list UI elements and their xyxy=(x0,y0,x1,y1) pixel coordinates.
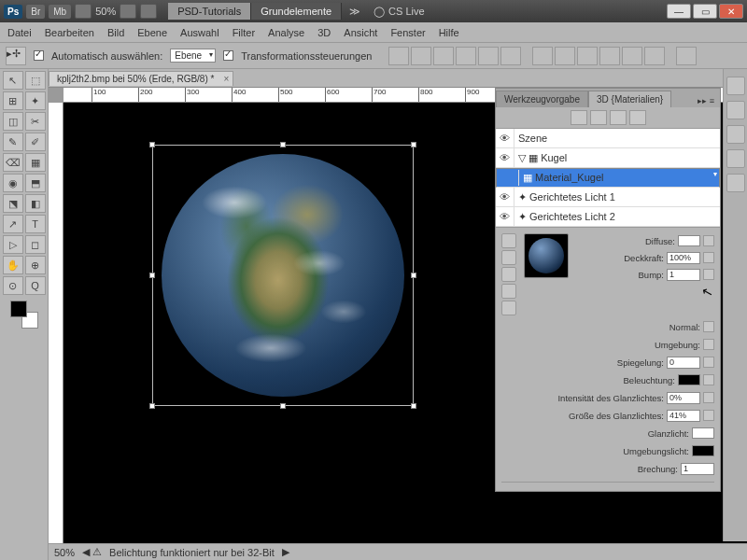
3d-roll-icon[interactable] xyxy=(501,250,516,265)
refraction-input[interactable]: 1 xyxy=(681,463,714,475)
bridge-chip[interactable]: Br xyxy=(26,5,45,19)
align-icon[interactable] xyxy=(388,47,409,65)
scene-row-material[interactable]: ▦ Material_Kugel xyxy=(496,168,720,188)
minibridge-chip[interactable]: Mb xyxy=(49,5,71,19)
tool-brush[interactable]: ✎ xyxy=(3,133,23,151)
opacity-input[interactable]: 100% xyxy=(667,252,700,264)
distribute-icon[interactable] xyxy=(555,47,575,65)
more-workspaces-icon[interactable]: ≫ xyxy=(349,6,360,18)
cslive-button[interactable]: CS Live xyxy=(388,6,425,17)
distribute-icon[interactable] xyxy=(599,47,620,65)
refl-menu-icon[interactable] xyxy=(703,357,714,368)
workspace-tab-1[interactable]: PSD-Tutorials xyxy=(168,3,251,20)
filter-light-icon[interactable] xyxy=(629,110,646,125)
transform-checkbox[interactable] xyxy=(223,50,233,61)
handle-bm[interactable] xyxy=(280,403,286,409)
3d-scale-icon[interactable] xyxy=(501,301,516,315)
maximize-button[interactable]: ▭ xyxy=(693,4,717,19)
dock-channels-icon[interactable] xyxy=(726,101,745,119)
tool-path[interactable]: ▷ xyxy=(3,235,23,254)
normal-menu-icon[interactable] xyxy=(703,321,714,332)
3d-pan-icon[interactable] xyxy=(501,267,516,282)
glosssize-menu-icon[interactable] xyxy=(703,410,714,421)
align-icon[interactable] xyxy=(433,47,454,65)
handle-br[interactable] xyxy=(411,403,416,409)
tool-hand[interactable]: ✋ xyxy=(3,256,23,274)
menu-filter[interactable]: Filter xyxy=(233,27,255,38)
tool-shape[interactable]: ◻ xyxy=(25,235,46,254)
tool-gradient[interactable]: ▦ xyxy=(25,153,46,172)
align-icon[interactable] xyxy=(411,47,431,65)
tool-marquee[interactable]: ⬚ xyxy=(25,71,46,90)
align-icon[interactable] xyxy=(456,47,476,65)
fg-color[interactable] xyxy=(10,301,27,317)
menu-datei[interactable]: Datei xyxy=(7,27,32,38)
dock-adjust-icon[interactable] xyxy=(726,149,745,168)
close-button[interactable]: ✕ xyxy=(719,4,743,19)
distribute-icon[interactable] xyxy=(532,47,553,65)
screen-mode-icon[interactable] xyxy=(140,4,157,19)
ambient-swatch[interactable] xyxy=(692,445,714,456)
color-swatches[interactable] xyxy=(10,301,38,329)
tool-lasso[interactable]: ⊞ xyxy=(3,91,23,110)
tool-clone[interactable]: ⬔ xyxy=(3,194,23,213)
menu-ansicht[interactable]: Ansicht xyxy=(344,27,377,38)
autoselect-dropdown[interactable]: Ebene xyxy=(170,49,216,63)
filter-scene-icon[interactable] xyxy=(571,110,587,125)
tool-zoom[interactable]: ⊙ xyxy=(3,276,23,295)
menu-auswahl[interactable]: Auswahl xyxy=(180,27,219,38)
move-tool-icon[interactable]: ▸✢ xyxy=(6,47,26,65)
extra-icon[interactable] xyxy=(676,47,697,65)
minimize-button[interactable]: — xyxy=(667,4,691,19)
tab-tool-presets[interactable]: Werkzeugvorgabe xyxy=(496,91,588,107)
scene-row-root[interactable]: 👁Szene xyxy=(496,129,720,148)
tool-crop[interactable]: ◫ xyxy=(3,112,23,131)
tool-heal[interactable]: ◧ xyxy=(25,194,46,213)
document-tab[interactable]: kplj2th2.bmp bei 50% (Erde, RGB/8) * xyxy=(49,71,233,86)
visibility-icon[interactable]: 👁 xyxy=(496,148,514,167)
filter-mesh-icon[interactable] xyxy=(590,110,607,125)
autoselect-checkbox[interactable] xyxy=(34,50,44,61)
tool-move[interactable]: ↖ xyxy=(3,71,23,90)
bump-input[interactable]: 1 xyxy=(667,269,700,281)
visibility-icon[interactable]: 👁 xyxy=(496,207,514,226)
visibility-icon[interactable] xyxy=(500,170,519,186)
material-preview[interactable] xyxy=(524,233,569,278)
tool-rotate[interactable]: ⊕ xyxy=(25,256,46,274)
dock-styles-icon[interactable] xyxy=(726,174,745,192)
menu-ebene[interactable]: Ebene xyxy=(137,27,167,38)
glossint-menu-icon[interactable] xyxy=(703,392,714,403)
status-zoom[interactable]: 50% xyxy=(54,547,75,558)
gloss-size-input[interactable]: 41% xyxy=(667,410,700,422)
tab-3d-materials[interactable]: 3D {Materialien} xyxy=(588,91,671,107)
env-menu-icon[interactable] xyxy=(703,339,714,350)
tool-pencil[interactable]: ✐ xyxy=(25,133,46,151)
handle-bl[interactable] xyxy=(149,403,155,409)
handle-ml[interactable] xyxy=(149,273,155,278)
tool-quickmask[interactable]: Q xyxy=(25,276,46,295)
visibility-icon[interactable]: 👁 xyxy=(496,129,514,147)
gloss-swatch[interactable] xyxy=(692,427,714,439)
filter-material-icon[interactable] xyxy=(610,110,627,125)
reflection-input[interactable]: 0 xyxy=(667,357,700,369)
handle-tr[interactable] xyxy=(411,142,416,147)
handle-tl[interactable] xyxy=(149,142,155,147)
visibility-icon[interactable]: 👁 xyxy=(496,188,514,206)
opacity-menu-icon[interactable] xyxy=(703,252,714,263)
menu-bearbeiten[interactable]: Bearbeiten xyxy=(45,27,94,38)
3d-slide-icon[interactable] xyxy=(501,284,516,299)
illum-menu-icon[interactable] xyxy=(703,374,714,385)
menu-analyse[interactable]: Analyse xyxy=(268,27,304,38)
menu-hilfe[interactable]: Hilfe xyxy=(439,27,459,38)
workspace-tab-2[interactable]: Grundelemente xyxy=(251,3,342,20)
distribute-icon[interactable] xyxy=(644,47,665,65)
diffuse-swatch[interactable] xyxy=(678,235,700,246)
zoom-level[interactable]: 50% xyxy=(95,6,116,17)
handle-tm[interactable] xyxy=(280,142,286,147)
bump-menu-icon[interactable] xyxy=(703,269,714,280)
tool-eraser[interactable]: ⌫ xyxy=(3,153,23,172)
tool-blur[interactable]: ◉ xyxy=(3,174,23,192)
arrange-icon[interactable] xyxy=(120,4,136,19)
illum-swatch[interactable] xyxy=(678,374,700,385)
diffuse-menu-icon[interactable] xyxy=(703,235,714,246)
